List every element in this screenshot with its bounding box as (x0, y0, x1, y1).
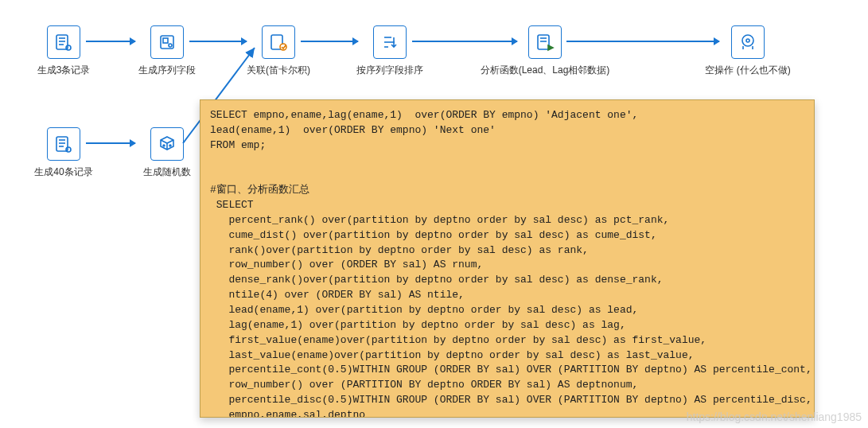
sort-icon (373, 25, 407, 59)
node-gen3[interactable]: 生成3条记录 (24, 25, 103, 77)
arrow (566, 41, 719, 42)
node-sort[interactable]: 按序列字段排序 (350, 25, 430, 77)
svg-rect-13 (538, 35, 549, 49)
svg-marker-16 (548, 45, 553, 50)
sql-code-box: SELECT empno,ename,lag(ename,1) over(ORD… (200, 99, 815, 418)
node-label: 生成3条记录 (37, 64, 91, 77)
svg-point-18 (746, 39, 749, 42)
list-gear-icon (47, 25, 80, 59)
script-play-icon (528, 25, 562, 59)
node-label: 生成随机数 (143, 165, 191, 179)
arrow (301, 41, 358, 42)
node-gen40[interactable]: 生成40条记录 (24, 127, 103, 179)
node-noop[interactable]: 空操作 (什么也不做) (684, 25, 812, 77)
svg-point-23 (66, 147, 71, 152)
node-analytic[interactable]: 分析函数(Lead、Lag相邻数据) (473, 25, 617, 77)
svg-point-17 (742, 35, 753, 46)
node-label: 生成40条记录 (34, 165, 92, 179)
node-label: 空操作 (什么也不做) (705, 64, 790, 77)
brain-gear-icon (731, 25, 765, 59)
sql-code-text: SELECT empno,ename,lag(ename,1) over(ORD… (210, 108, 804, 418)
arrow (412, 41, 517, 42)
watermark-text: https://blog.csdn.net/shenliang1985 (687, 410, 862, 423)
list-gear-icon (47, 127, 80, 161)
node-label: 按序列字段排序 (356, 64, 423, 77)
arrow (86, 41, 135, 42)
diagram-canvas: 生成3条记录 生成序列字段 关联(笛卡尔积) 按序列字段排序 分析函数(Lead… (0, 0, 868, 428)
arrow (86, 142, 135, 144)
svg-point-4 (66, 45, 71, 50)
node-label: 分析函数(Lead、Lag相邻数据) (481, 64, 610, 77)
